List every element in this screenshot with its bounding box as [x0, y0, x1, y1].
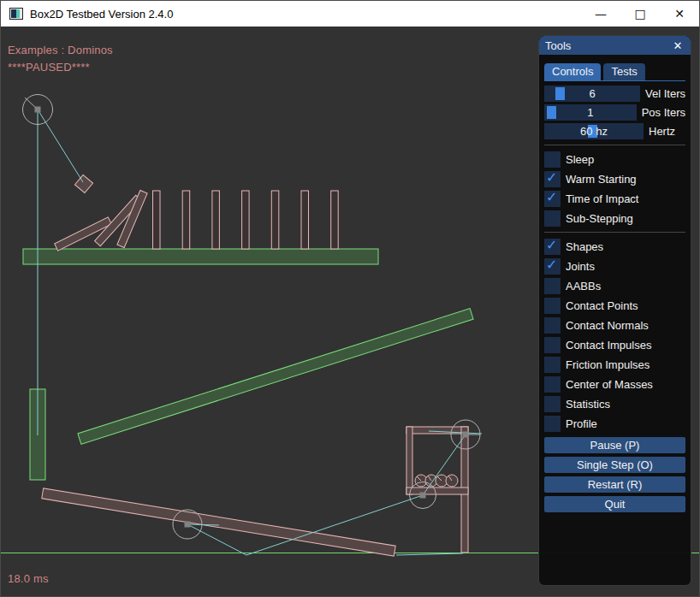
checkbox-contact-points[interactable]: ✓ Contact Points	[544, 297, 685, 314]
domino-platform[interactable]	[23, 249, 378, 264]
checkbox-profile[interactable]: ✓ Profile	[544, 415, 685, 432]
tools-panel: Tools ✕ Controls Tests 6 Vel Iters	[538, 35, 691, 586]
hanging-box[interactable]	[74, 174, 92, 192]
checkbox-joints[interactable]: ✓ Joints	[544, 257, 685, 275]
checkbox-center-of-masses[interactable]: ✓ Center of Masses	[544, 375, 685, 393]
frame-structure[interactable]	[406, 427, 468, 553]
check-icon: ✓	[546, 189, 557, 205]
title-bar: Box2D Testbed Version 2.4.0 — □ ✕	[1, 1, 699, 27]
pause-button[interactable]: Pause (P)	[544, 437, 685, 453]
checkbox-warm-starting[interactable]: ✓ Warm Starting	[544, 170, 685, 187]
tab-bar: Controls Tests	[544, 60, 685, 81]
checkbox-sub-stepping[interactable]: ✓ Sub-Stepping	[544, 210, 685, 227]
window-title: Box2D Testbed Version 2.4.0	[30, 8, 173, 21]
checkbox-contact-impulses[interactable]: ✓ Contact Impulses	[544, 336, 685, 353]
tab-tests[interactable]: Tests	[603, 63, 644, 80]
maximize-button[interactable]: □	[620, 1, 660, 27]
pos-iters-label: Pos Iters	[642, 106, 685, 119]
hertz-slider[interactable]: 60 hz Hertz	[544, 123, 685, 139]
checkbox-shapes[interactable]: ✓ Shapes	[544, 238, 685, 255]
tools-panel-header[interactable]: Tools ✕	[539, 36, 691, 55]
check-icon: ✓	[546, 237, 557, 253]
standing-dominos[interactable]	[153, 191, 339, 249]
single-step-button[interactable]: Single Step (O)	[544, 457, 685, 473]
checkbox-sleep[interactable]: ✓ Sleep	[544, 151, 685, 168]
body-center-markers	[35, 107, 469, 528]
tools-panel-title: Tools	[545, 39, 571, 52]
app-window: Box2D Testbed Version 2.4.0 — □ ✕	[0, 0, 700, 597]
quit-button[interactable]: Quit	[544, 496, 685, 512]
checkbox-aabbs[interactable]: ✓ AABBs	[544, 277, 685, 294]
checkbox-friction-impulses[interactable]: ✓ Friction Impulses	[544, 356, 685, 373]
panel-close-icon[interactable]: ✕	[671, 39, 685, 52]
pos-iters-slider[interactable]: 1 Pos Iters	[544, 104, 685, 121]
separator	[544, 232, 685, 233]
check-icon: ✓	[546, 257, 557, 273]
paused-label: ****PAUSED****	[8, 61, 90, 74]
checkbox-statistics[interactable]: ✓ Statistics	[544, 395, 685, 412]
minimize-button[interactable]: —	[581, 1, 620, 27]
frame-time-label: 18.0 ms	[8, 572, 49, 585]
check-icon: ✓	[546, 169, 557, 186]
vel-iters-slider[interactable]: 6 Vel Iters	[544, 86, 685, 102]
example-label: Examples : Dominos	[8, 44, 113, 56]
app-icon	[9, 8, 23, 20]
restart-button[interactable]: Restart (R)	[544, 476, 685, 493]
angled-green-plank[interactable]	[78, 309, 473, 445]
checkbox-contact-normals[interactable]: ✓ Contact Normals	[544, 316, 685, 334]
vel-iters-label: Vel Iters	[645, 87, 685, 100]
close-button[interactable]: ✕	[660, 1, 699, 27]
checkbox-time-of-impact[interactable]: ✓ Time of Impact	[544, 190, 685, 207]
client-area: Examples : Dominos ****PAUSED**** 18.0 m…	[1, 27, 699, 596]
hertz-label: Hertz	[649, 125, 675, 138]
separator	[544, 145, 685, 145]
tab-controls[interactable]: Controls	[544, 63, 601, 80]
